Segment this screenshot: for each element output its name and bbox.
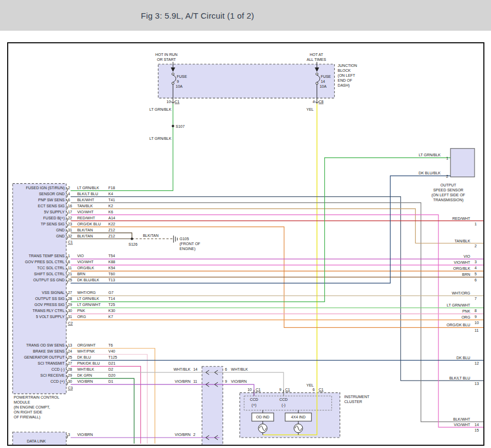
splice-s107-label: S107	[176, 124, 184, 128]
diagram-symbols	[131, 62, 320, 435]
pcm-pin-number: 1	[68, 254, 70, 258]
splice-s126-dot	[131, 238, 133, 240]
pcm-row-label: GND	[56, 234, 64, 238]
pcm-row-label: ECT SENS SIG	[38, 204, 65, 208]
connector-left-pin-number: 2	[193, 433, 195, 436]
fuse14-rating: 10A	[320, 84, 327, 88]
edge-wire-name: ORG	[461, 315, 470, 319]
edge-wire-name: BRN	[462, 273, 470, 276]
pcm-wire-name: BLK/TAN	[77, 228, 93, 232]
pcm-wire-name: LT GRN/WHT	[77, 303, 101, 307]
pcm-pin-number: 28	[68, 297, 72, 300]
connector-right-wire-name: VIO/BRN	[231, 379, 247, 383]
pcm-row-label: SHIFT SOL CTRL	[34, 272, 65, 276]
splice-s107-dot	[172, 125, 174, 127]
pcm-circuit-code: G7	[109, 291, 114, 294]
edge-wire-name: RED/WHT	[453, 217, 471, 220]
pcm-circuit-code: T6	[109, 343, 113, 347]
edge-pin-number: 12	[475, 361, 479, 365]
od-indicator-label: OD IND	[256, 415, 269, 419]
pcm-wire-name: VIO	[77, 254, 84, 258]
pcm-circuit-code: T125	[109, 355, 117, 359]
hot-at-all-times-label: ALL TIMES	[307, 58, 326, 61]
pcm-wire-name: DK BLU/BLK	[77, 278, 100, 282]
wire-name-label: DK BLU/BLK	[419, 171, 441, 175]
wiring-diagram-svg: HOT IN RUN OR START HOT AT ALL TIMES JUN…	[8, 43, 483, 445]
pcm-pin-number: 30	[68, 309, 72, 313]
pcm-wire-name: PNK	[77, 309, 86, 313]
pcm-label: POWERTRAIN CONTROL	[14, 395, 59, 399]
edge-pin-number: 6	[475, 278, 477, 282]
pcm-circuit-code: K6	[109, 210, 114, 214]
pcm-row-label: TP SENS SIG	[41, 222, 65, 226]
pcm-pin-number: 32	[68, 234, 72, 238]
pcm-wire-name: WHT/PNK	[77, 349, 95, 353]
junction-pin-number: 4	[313, 100, 315, 104]
pcm-circuit-code: F18	[109, 186, 115, 190]
edge-wire-name: ORG/BLK	[453, 266, 470, 270]
pcm-row-label: 5V SUPPLY	[44, 210, 65, 214]
pcm-wire-name: VIO/WHT	[77, 210, 94, 214]
pcm-circuit-code: K88	[109, 260, 116, 264]
ccd-minus-label: CCD	[279, 398, 287, 401]
wire-name-label: LT GRN/BLK	[149, 137, 171, 140]
pcm-circuit-code: Z12	[109, 228, 115, 232]
pcm-row-label: 5 VOLT SUPPLY	[36, 315, 65, 319]
pcm-pin-number: 21	[68, 272, 72, 276]
cluster-pin-number: 6	[313, 388, 315, 392]
pcm-circuit-code: K7	[109, 315, 114, 319]
pcm-row-label: OUTPUT SS SIG	[35, 297, 65, 300]
sensor-label: OUTPUT	[441, 183, 456, 187]
pcm-wire-name: DK BLU	[77, 355, 91, 359]
pcm-label: ON RIGHT SIDE	[14, 410, 42, 414]
cluster-pin-number: 9	[279, 388, 281, 392]
inline-connector-box	[202, 366, 223, 445]
fuse9-label: FUSE	[177, 75, 187, 78]
pcm-circuit-code: K30	[109, 309, 116, 313]
edge-pin-number: 8	[475, 309, 477, 313]
pcm-circuit-code: V40	[109, 349, 116, 353]
pcm-pin-number: 29	[68, 303, 72, 307]
pcm-wire-name: BLK/WHT	[77, 198, 95, 202]
pcm-wire-name: DK GRN	[77, 373, 92, 377]
edge-wire-name: BLK/LT BLU	[449, 376, 470, 380]
pcm-circuit-code: K4	[109, 192, 114, 196]
edge-wire-name: TAN/BLK	[455, 239, 471, 243]
fuse-terminal-icon	[172, 82, 174, 84]
pcm-pin-number: 4	[68, 192, 70, 196]
pcm-wire-name: PNK/DK BLU	[77, 361, 100, 365]
junction-block-label: JUNCTION	[338, 64, 357, 67]
edge-wire-name: BLK/WHT	[453, 417, 471, 421]
pcm-wire-name: RED/WHT	[77, 216, 95, 220]
pcm-pin-number: 25	[68, 278, 72, 282]
pcm-wire-name: WHT/ORG	[77, 291, 96, 294]
pcm-pin-number: 27	[68, 361, 72, 365]
output-speed-sensor-box	[450, 149, 475, 177]
pcm-wire-name: ORG/WHT	[77, 343, 96, 347]
wire	[71, 197, 483, 381]
wire	[71, 203, 483, 422]
pcm-circuit-code: A14	[109, 216, 116, 220]
edge-pin-number: 15	[475, 428, 479, 432]
pcm-connector-id: C2	[68, 321, 73, 325]
junction-pin-number: 10	[167, 100, 171, 104]
pcm-row-label: TRANS OD SW SENS	[26, 343, 65, 347]
junction-block-label: DASH)	[338, 83, 350, 88]
edge-wire-name: VIO/WHT	[454, 260, 471, 264]
pcm-wire-name: VIO/BRN	[77, 379, 93, 383]
fuse-terminal-icon	[172, 73, 174, 75]
edge-pin-number: 9	[475, 315, 477, 319]
figure-title-bar: Fig 3: 5.9L, A/T Circuit (1 of 2)	[0, 0, 491, 31]
wiring-diagram-page: { "header": {"title": "Fig 3: 5.9L, A/T …	[0, 0, 491, 448]
pcm-wire-name: BLK/LT BLU	[77, 192, 98, 196]
wiring-diagram-canvas: HOT IN RUN OR START HOT AT ALL TIMES JUN…	[7, 42, 484, 446]
pcm-wire-name: TAN/BLK	[77, 204, 93, 208]
edge-wire-name: PNK	[462, 309, 471, 313]
ccd-minus-label: (-)	[281, 403, 285, 407]
pcm-row-label: GOV PRES SOL CTRL	[25, 260, 65, 264]
edge-wire-name: DK BLU	[456, 356, 470, 360]
fuse-terminal-icon	[316, 82, 318, 84]
pcm-pin-number: 24	[68, 349, 72, 353]
pcm-row-label: FUSED IGN (ST/RUN)	[26, 186, 64, 190]
cluster-pin-number: 10	[247, 388, 252, 392]
